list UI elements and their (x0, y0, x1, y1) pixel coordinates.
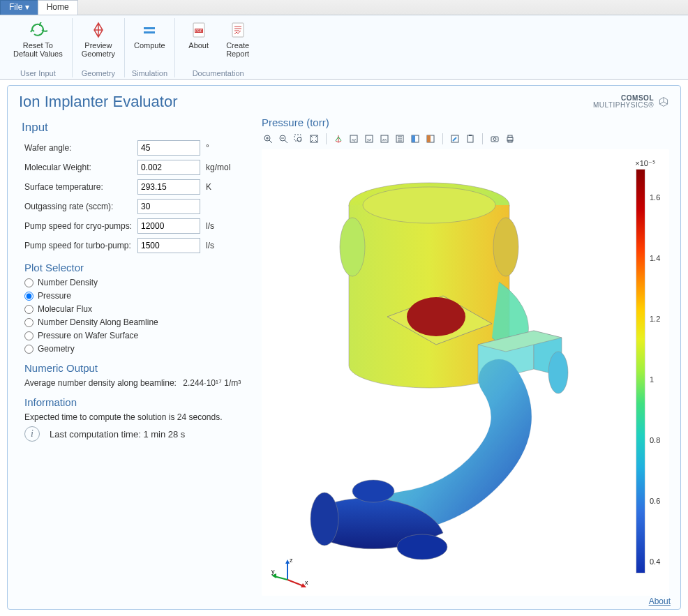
ribbon-group-geometry: PreviewGeometry Geometry (73, 18, 125, 77)
expected-time-text: Expected time to compute the solution is… (22, 412, 253, 422)
tick-5: 0.6 (650, 497, 660, 505)
svg-rect-21 (427, 135, 431, 142)
info-icon: i (24, 426, 40, 442)
brand-logo: COMSOL MULTIPHYSICS® (593, 95, 669, 109)
radio-pressure[interactable]: Pressure (24, 291, 253, 301)
xy-view-icon[interactable]: xy (347, 133, 360, 145)
plot-canvas[interactable]: ×10⁻⁵ 1.6 1.4 1.2 1 0.8 0.6 0.4 (262, 149, 669, 596)
colorbar: ×10⁻⁵ 1.6 1.4 1.2 1 0.8 0.6 0.4 (636, 160, 650, 579)
tick-4: 0.8 (650, 436, 660, 444)
numeric-output-value: 2.244·10¹⁷ 1/m³ (183, 378, 241, 388)
clipboard-icon[interactable] (464, 133, 477, 145)
zx-view-icon[interactable]: zx (378, 133, 391, 145)
reset-label: Reset ToDefault Values (13, 41, 63, 58)
zoom-extents-icon[interactable] (308, 133, 320, 145)
svg-rect-1 (144, 31, 155, 33)
svg-line-41 (287, 580, 304, 586)
svg-rect-23 (468, 135, 473, 142)
field-label-5: Pump speed for turbo-pump: (22, 241, 137, 250)
create-report-label: CreateReport (226, 41, 249, 58)
main: Ion Implanter Evaluator COMSOL MULTIPHYS… (0, 80, 688, 613)
radio-geometry[interactable]: Geometry (24, 344, 253, 354)
zoom-box-icon[interactable] (292, 133, 305, 145)
snapshot-icon[interactable] (488, 133, 501, 145)
about-label: About (188, 41, 209, 50)
radio-label-5: Geometry (38, 344, 75, 354)
section-numeric-output: Numeric Output (24, 362, 253, 374)
radio-label-4: Pressure on Wafer Surface (38, 331, 138, 340)
zoom-out-icon[interactable] (277, 133, 290, 145)
svg-point-38 (352, 480, 394, 502)
svg-rect-24 (469, 135, 472, 136)
axis-y-label: y (271, 568, 275, 575)
radio-number-density[interactable]: Number Density (24, 278, 253, 287)
create-report-button[interactable]: CreateReport (218, 18, 257, 60)
wafer-angle-input[interactable] (137, 140, 200, 156)
group-label-geometry: Geometry (82, 68, 115, 77)
ribbon: Reset ToDefault Values User Input Previe… (0, 15, 688, 80)
svg-point-32 (340, 218, 365, 276)
tab-home[interactable]: Home (38, 0, 78, 15)
panel: Ion Implanter Evaluator COMSOL MULTIPHYS… (7, 85, 681, 610)
print-icon[interactable] (504, 133, 516, 145)
radio-molecular-flux[interactable]: Molecular Flux (24, 304, 253, 314)
field-label-0: Wafer angle: (22, 143, 137, 153)
compute-icon (141, 20, 158, 40)
section-plot-selector: Plot Selector (24, 262, 253, 273)
svg-rect-5 (232, 23, 244, 37)
cryo-pump-speed-input[interactable] (137, 218, 200, 234)
input-fields: Wafer angle:° Molecular Weight:kg/mol Su… (22, 140, 253, 253)
default-view-icon[interactable] (332, 133, 345, 145)
field-label-3: Outgassing rate (sccm): (22, 202, 137, 211)
radio-label-0: Number Density (38, 278, 98, 287)
app-title: Ion Implanter Evaluator (19, 93, 177, 111)
svg-point-26 (493, 138, 496, 141)
svg-text:PDF: PDF (195, 29, 202, 33)
section-input: Input (22, 121, 253, 135)
wireframe-icon[interactable] (424, 133, 437, 145)
field-unit-1: kg/mol (206, 163, 230, 172)
plot-title: Pressure (torr) (262, 117, 669, 128)
field-label-4: Pump speed for cryo-pumps: (22, 221, 137, 231)
ribbon-group-simulation: Compute Simulation (125, 18, 175, 77)
radio-label-2: Molecular Flux (38, 304, 92, 314)
tab-file[interactable]: File ▾ (0, 0, 38, 15)
tick-2: 1.2 (650, 315, 660, 323)
group-label-documentation: Documentation (193, 68, 244, 77)
plot-selector-radios: Number Density Pressure Molecular Flux N… (22, 278, 253, 354)
molecular-weight-input[interactable] (137, 160, 200, 175)
svg-rect-19 (412, 135, 415, 142)
scene-light-icon[interactable] (394, 133, 406, 145)
radio-pressure-wafer[interactable]: Pressure on Wafer Surface (24, 331, 253, 340)
left-column: Input Wafer angle:° Molecular Weight:kg/… (19, 117, 256, 598)
axes-triad-icon: z x y (270, 555, 312, 590)
axis-z-label: z (290, 557, 293, 564)
ribbon-group-user-input: Reset ToDefault Values User Input (4, 18, 73, 77)
preview-geometry-button[interactable]: PreviewGeometry (77, 18, 120, 60)
pdf-icon: PDF (191, 20, 207, 40)
brand-bottom: MULTIPHYSICS® (593, 102, 654, 109)
brand-cube-icon (658, 96, 669, 107)
about-link[interactable]: About (649, 596, 671, 606)
yz-view-icon[interactable]: yz (363, 133, 375, 145)
colorbar-exponent: ×10⁻⁵ (635, 159, 655, 168)
show-legends-icon[interactable] (449, 133, 461, 145)
zoom-in-icon[interactable] (262, 133, 274, 145)
ribbon-group-documentation: PDF About CreateReport Documentation (175, 18, 262, 77)
tab-bar: File ▾ Home (0, 0, 688, 15)
radio-number-density-beamline[interactable]: Number Density Along Beamline (24, 317, 253, 327)
compute-button[interactable]: Compute (129, 18, 170, 52)
about-button[interactable]: PDF About (179, 18, 218, 60)
surface-temperature-input[interactable] (137, 179, 200, 195)
report-icon (230, 20, 246, 40)
svg-point-31 (363, 187, 495, 223)
right-column: Pressure (torr) xy yz zx (262, 117, 669, 598)
svg-text:zx: zx (382, 137, 387, 142)
turbo-pump-speed-input[interactable] (137, 238, 200, 253)
reset-button[interactable]: Reset ToDefault Values (8, 18, 68, 60)
section-information: Information (24, 396, 253, 408)
plot-toolbar: xy yz zx (262, 131, 669, 149)
transparency-icon[interactable] (409, 133, 421, 145)
outgassing-rate-input[interactable] (137, 199, 200, 214)
field-unit-4: l/s (206, 221, 214, 231)
